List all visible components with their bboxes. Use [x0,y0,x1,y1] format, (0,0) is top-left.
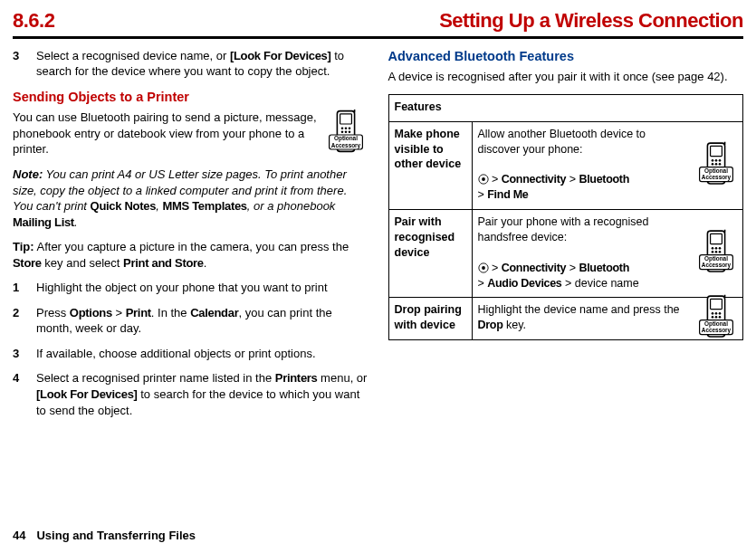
feature-body-pair: Pair your phone with a recognised handsf… [472,210,743,298]
nav-sep: > [566,262,579,274]
menu-bluetooth: Bluetooth [579,262,629,274]
chapter-name: Using and Transferring Files [36,529,196,542]
text: menu, or [318,371,368,385]
heading-advanced-bluetooth: Advanced Bluetooth Features [388,48,744,66]
menu-find-me: Find Me [487,188,528,201]
text: Press [36,306,70,319]
tip-label: Tip: [13,240,34,253]
note-block: Note: You can print A4 or US Letter size… [13,167,368,230]
text: key. [502,319,525,331]
text: Allow another Bluetooth device to discov… [478,128,646,156]
menu-look-for-devices: [Look For Devices] [230,49,331,62]
menu-printers: Printers [275,371,318,385]
text: > [112,306,126,319]
table-row: Pair with recognised device Pair your ph… [388,210,743,298]
text: Select a recognised device name, or [36,49,230,62]
section-number: 8.6.2 [13,7,54,34]
sending-body-block: You can use Bluetooth pairing to send a … [13,110,368,157]
text: , or a phonebook [247,199,336,213]
sending-body-text: You can use Bluetooth pairing to send a … [13,110,317,156]
text: . [74,215,78,229]
menu-quick-notes: Quick Notes [91,199,157,213]
menu-print-and-store: Print and Store [123,256,204,270]
text: Pair your phone with a recognised handsf… [478,215,649,243]
menu-options: Options [70,306,112,319]
text: . [204,256,207,270]
nav-sep: > [566,173,579,186]
page-footer: 44Using and Transferring Files [13,528,196,544]
feature-body-drop: Highlight the device name and press the … [472,298,743,340]
device-name-text: device name [575,277,639,290]
optional-accessory-icon [694,295,739,343]
text: . In the [151,306,190,319]
optional-accessory-icon [694,141,739,189]
section-title: Setting Up a Wireless Connection [439,7,743,34]
menu-bluetooth: Bluetooth [579,173,629,186]
step-text: If available, choose additional objects … [36,346,368,362]
center-key-icon [478,173,489,186]
page: 8.6.2 Setting Up a Wireless Connection 3… [0,0,756,427]
text: key and select [42,256,123,270]
step-number: 3 [13,48,25,80]
menu-mms-templates: MMS Templates [162,199,246,213]
step-1: 1 Highlight the object on your phone tha… [13,280,368,296]
optional-accessory-icon [323,110,368,157]
step-4: 4 Select a recognised printer name liste… [13,370,368,418]
nav-sep: > [478,277,488,290]
content-columns: 3 Select a recognised device name, or [L… [13,48,743,427]
step-2: 2 Press Options > Print. In the Calendar… [13,305,368,337]
step-3-copy: 3 Select a recognised device name, or [L… [13,48,368,80]
table-row: Drop pairing with device Highlight the d… [388,298,743,340]
feature-body-visible: Allow another Bluetooth device to discov… [472,121,743,209]
step-text: Select a recognised printer name listed … [36,370,368,418]
step-text: Select a recognised device name, or [Loo… [36,48,368,80]
menu-drop: Drop [478,319,503,331]
text: After you capture a picture in the camer… [34,240,349,253]
step-number: 3 [13,346,25,362]
advanced-body: A device is recognised after you pair it… [388,69,744,85]
step-number: 4 [13,370,25,418]
feature-label-visible: Make phone visible to other device [388,121,472,209]
features-header: Features [388,94,743,121]
center-key-icon [478,262,489,274]
feature-label-pair: Pair with recognised device [388,210,472,298]
nav-sep: > [489,173,502,186]
nav-sep: > [562,277,575,290]
page-header: 8.6.2 Setting Up a Wireless Connection [13,7,743,39]
right-column: Advanced Bluetooth Features A device is … [388,48,744,427]
menu-mailing-list: Mailing List [13,215,74,229]
menu-store: Store [13,256,42,270]
nav-sep: > [478,188,488,201]
menu-print: Print [126,306,151,319]
text: Highlight the device name and press the [478,303,680,316]
menu-audio-devices: Audio Devices [487,277,561,290]
text: Select a recognised printer name listed … [36,371,275,385]
step-3-options: 3 If available, choose additional object… [13,346,368,362]
step-number: 1 [13,280,25,296]
table-row: Features [388,94,743,121]
step-number: 2 [13,305,25,337]
menu-look-for-devices: [Look For Devices] [36,387,138,401]
optional-accessory-icon [694,230,739,278]
step-text: Press Options > Print. In the Calendar, … [36,305,368,337]
menu-connectivity: Connectivity [502,262,566,274]
page-number: 44 [13,529,25,542]
feature-label-drop: Drop pairing with device [388,298,472,340]
tip-block: Tip: After you capture a picture in the … [13,239,368,271]
nav-sep: > [489,262,502,274]
heading-sending-objects: Sending Objects to a Printer [13,89,368,107]
step-text: Highlight the object on your phone that … [36,280,368,296]
note-label: Note: [13,167,43,181]
table-row: Make phone visible to other device Allow… [388,121,743,209]
features-table: Features Make phone visible to other dev… [388,94,744,340]
menu-calendar: Calendar [190,306,238,319]
menu-connectivity: Connectivity [502,173,566,186]
left-column: 3 Select a recognised device name, or [L… [13,48,368,427]
